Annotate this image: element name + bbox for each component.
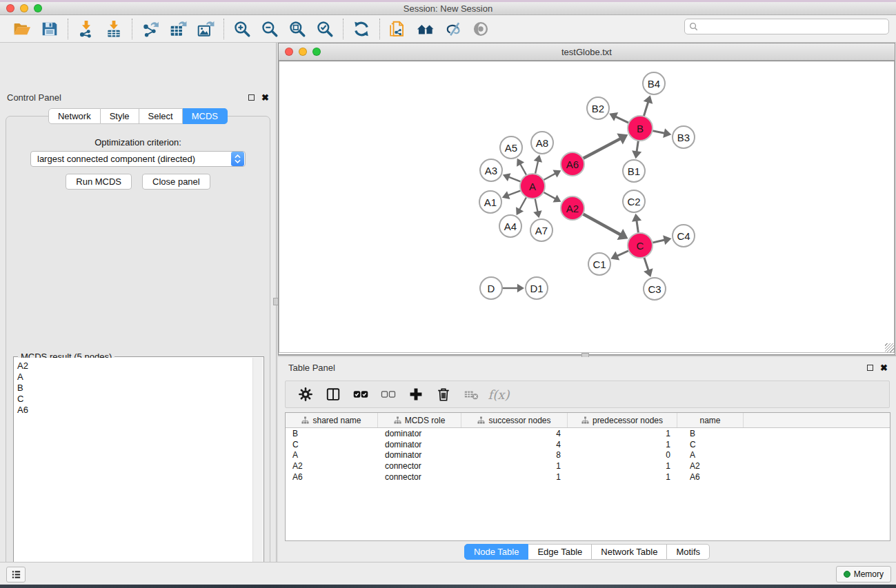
graph-node-D[interactable]: D: [480, 277, 502, 299]
ndex-home-button[interactable]: [412, 17, 439, 41]
table-row[interactable]: A6connector11A6: [286, 472, 890, 483]
network-canvas[interactable]: B4B2BB3A8A5A6A3B1AC2A1A2A4A7C4CC1C3DD1: [279, 61, 895, 353]
search-input[interactable]: [684, 19, 889, 34]
close-panel-icon[interactable]: ✖: [261, 94, 269, 101]
graph-edge-D-D1[interactable]: [502, 284, 524, 293]
table-cell[interactable]: connector: [378, 461, 461, 471]
graph-node-C4[interactable]: C4: [673, 225, 695, 247]
graph-edge-A-A1[interactable]: [502, 190, 521, 199]
table-cell[interactable]: dominator: [378, 429, 461, 438]
graph-node-C1[interactable]: C1: [588, 253, 610, 275]
graph-edge-A-A4[interactable]: [516, 197, 526, 215]
graph-node-B2[interactable]: B2: [587, 97, 609, 119]
graph-edge-A6-B[interactable]: [583, 134, 628, 159]
table-row[interactable]: Adominator80A: [286, 449, 890, 460]
memory-button[interactable]: Memory: [836, 566, 891, 582]
deselect-all-rows-button[interactable]: [377, 383, 400, 405]
table-cell[interactable]: 4: [461, 429, 568, 438]
table-cell[interactable]: A2: [286, 461, 378, 471]
hide-labels-button[interactable]: [439, 17, 467, 41]
graph-node-C2[interactable]: C2: [623, 190, 645, 212]
graph-edge-B-B2[interactable]: [609, 112, 628, 123]
graph-edge-C-C2[interactable]: [632, 214, 641, 233]
column-header-predecessor-nodes[interactable]: predecessor nodes: [568, 413, 677, 427]
table-close-icon[interactable]: ✖: [880, 365, 888, 371]
tab-network-table[interactable]: Network Table: [592, 544, 667, 560]
tab-edge-table[interactable]: Edge Table: [528, 544, 592, 560]
import-table-button[interactable]: [100, 17, 128, 41]
graph-edge-A-A3[interactable]: [503, 173, 521, 181]
column-header-name[interactable]: name: [677, 413, 744, 427]
table-cell[interactable]: 1: [461, 461, 568, 471]
table-cell[interactable]: 4: [461, 440, 568, 449]
graph-node-A7[interactable]: A7: [530, 219, 552, 241]
open-session-button[interactable]: [8, 17, 36, 41]
show-graphics-details-button[interactable]: [467, 17, 495, 41]
tab-motifs[interactable]: Motifs: [667, 544, 710, 560]
tab-select[interactable]: Select: [139, 108, 183, 124]
table-row[interactable]: Bdominator41B: [286, 428, 890, 439]
table-cell[interactable]: C: [286, 440, 378, 449]
graph-edge-B-B3[interactable]: [653, 128, 672, 138]
table-cell[interactable]: 0: [568, 450, 677, 460]
table-row[interactable]: A2connector11A2: [286, 460, 890, 472]
table-cell[interactable]: 1: [568, 440, 677, 449]
open-ndex-document-button[interactable]: [384, 17, 412, 41]
import-network-button[interactable]: [72, 17, 100, 41]
table-cell[interactable]: A6: [677, 472, 744, 482]
refresh-layout-button[interactable]: [348, 17, 375, 41]
resize-grip-icon[interactable]: [885, 343, 894, 352]
delete-column-button[interactable]: [432, 383, 455, 405]
table-cell[interactable]: 1: [461, 472, 568, 482]
graph-node-A5[interactable]: A5: [500, 136, 522, 159]
task-history-button[interactable]: [6, 567, 26, 582]
table-cell[interactable]: B: [677, 429, 744, 438]
result-item[interactable]: A2: [17, 361, 252, 372]
table-cell[interactable]: C: [677, 440, 744, 449]
show-columns-button[interactable]: [321, 383, 345, 405]
export-image-button[interactable]: [192, 17, 219, 41]
table-cell[interactable]: 1: [568, 472, 677, 482]
graph-edge-A-A6[interactable]: [544, 170, 561, 181]
graph-node-A2[interactable]: A2: [561, 196, 584, 220]
graph-edge-A-A7[interactable]: [533, 199, 541, 219]
graph-node-A1[interactable]: A1: [479, 191, 501, 213]
export-table-button[interactable]: [164, 17, 192, 41]
export-network-button[interactable]: [137, 17, 164, 41]
graph-edge-B-B4[interactable]: [644, 95, 653, 116]
graph-node-A4[interactable]: A4: [499, 215, 521, 237]
graph-node-B1[interactable]: B1: [623, 160, 645, 182]
graph-node-A6[interactable]: A6: [561, 152, 584, 176]
result-item[interactable]: A: [17, 372, 252, 383]
table-cell[interactable]: B: [286, 429, 378, 438]
zoom-fit-button[interactable]: [283, 17, 311, 41]
graph-edge-C-C4[interactable]: [653, 235, 672, 245]
float-panel-icon[interactable]: [248, 94, 255, 101]
graph-edge-A-A8[interactable]: [534, 155, 542, 174]
graph-node-A[interactable]: A: [520, 174, 545, 199]
zoom-selected-button[interactable]: [311, 17, 339, 41]
graph-edge-A-A2[interactable]: [544, 192, 561, 203]
tab-mcds[interactable]: MCDS: [183, 108, 228, 124]
graph-node-A3[interactable]: A3: [480, 159, 502, 181]
graph-node-C3[interactable]: C3: [644, 278, 666, 300]
zoom-in-button[interactable]: [228, 17, 256, 41]
tab-node-table[interactable]: Node Table: [464, 544, 529, 560]
table-cell[interactable]: dominator: [378, 450, 461, 460]
graph-edge-A2-C[interactable]: [583, 214, 628, 240]
graph-edge-A-A5[interactable]: [517, 159, 526, 176]
result-item[interactable]: B: [17, 383, 252, 394]
table-cell[interactable]: 8: [461, 450, 568, 460]
result-item[interactable]: A6: [17, 405, 252, 416]
select-all-rows-button[interactable]: [349, 383, 372, 405]
graph-node-B4[interactable]: B4: [643, 72, 665, 94]
table-cell[interactable]: A: [286, 450, 378, 460]
table-cell[interactable]: A6: [286, 472, 378, 482]
column-header-MCDS-role[interactable]: MCDS role: [378, 413, 461, 427]
save-session-button[interactable]: [36, 17, 63, 41]
result-scrollbar[interactable]: [252, 358, 263, 587]
graph-node-B3[interactable]: B3: [673, 126, 695, 148]
table-row[interactable]: Cdominator41C: [286, 439, 890, 450]
graph-edge-C-C1[interactable]: [610, 250, 628, 260]
table-cell[interactable]: connector: [378, 472, 461, 482]
